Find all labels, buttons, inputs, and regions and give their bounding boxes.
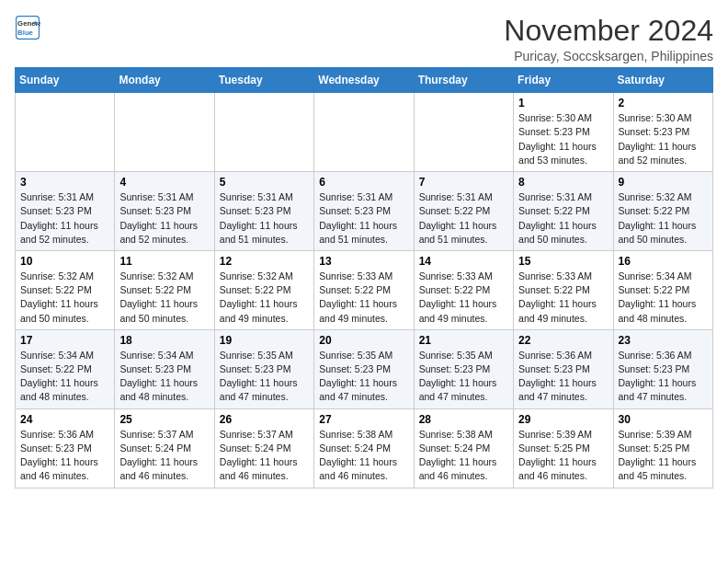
day-detail: Sunrise: 5:34 AM Sunset: 5:23 PM Dayligh… xyxy=(119,349,209,405)
calendar-day: 11Sunrise: 5:32 AM Sunset: 5:22 PM Dayli… xyxy=(115,250,214,329)
month-title: November 2024 xyxy=(504,15,713,47)
day-number: 24 xyxy=(20,413,109,426)
day-number: 20 xyxy=(319,334,408,347)
day-detail: Sunrise: 5:35 AM Sunset: 5:23 PM Dayligh… xyxy=(419,349,508,405)
calendar-day: 5Sunrise: 5:31 AM Sunset: 5:23 PM Daylig… xyxy=(214,172,313,251)
calendar-day: 25Sunrise: 5:37 AM Sunset: 5:24 PM Dayli… xyxy=(115,408,214,488)
calendar-week: 3Sunrise: 5:31 AM Sunset: 5:23 PM Daylig… xyxy=(16,172,713,251)
day-detail: Sunrise: 5:34 AM Sunset: 5:22 PM Dayligh… xyxy=(619,270,708,326)
day-detail: Sunrise: 5:32 AM Sunset: 5:22 PM Dayligh… xyxy=(20,270,109,326)
day-detail: Sunrise: 5:31 AM Sunset: 5:23 PM Dayligh… xyxy=(220,190,309,247)
calendar-day xyxy=(314,93,414,172)
day-detail: Sunrise: 5:30 AM Sunset: 5:23 PM Dayligh… xyxy=(518,111,608,167)
calendar-day: 21Sunrise: 5:35 AM Sunset: 5:23 PM Dayli… xyxy=(414,329,513,408)
day-number: 23 xyxy=(619,334,708,347)
day-number: 22 xyxy=(518,334,608,347)
day-detail: Sunrise: 5:36 AM Sunset: 5:23 PM Dayligh… xyxy=(20,428,109,484)
calendar-day: 19Sunrise: 5:35 AM Sunset: 5:23 PM Dayli… xyxy=(214,329,313,408)
calendar-day: 10Sunrise: 5:32 AM Sunset: 5:22 PM Dayli… xyxy=(16,250,115,329)
day-detail: Sunrise: 5:37 AM Sunset: 5:24 PM Dayligh… xyxy=(220,428,309,484)
day-number: 27 xyxy=(319,413,408,426)
day-detail: Sunrise: 5:35 AM Sunset: 5:23 PM Dayligh… xyxy=(319,349,408,405)
svg-text:Blue: Blue xyxy=(17,29,34,37)
calendar-day xyxy=(214,93,313,172)
day-number: 15 xyxy=(518,255,608,268)
weekday-header: Wednesday xyxy=(314,68,414,93)
title-block: November 2024 Puricay, Soccsksargen, Phi… xyxy=(504,15,713,63)
weekday-header: Thursday xyxy=(414,68,513,93)
day-detail: Sunrise: 5:30 AM Sunset: 5:23 PM Dayligh… xyxy=(619,111,708,167)
day-number: 8 xyxy=(518,176,608,189)
calendar-day: 4Sunrise: 5:31 AM Sunset: 5:23 PM Daylig… xyxy=(115,172,214,251)
page-header: General Blue November 2024 Puricay, Socc… xyxy=(15,15,713,63)
day-detail: Sunrise: 5:31 AM Sunset: 5:23 PM Dayligh… xyxy=(20,190,109,247)
day-detail: Sunrise: 5:37 AM Sunset: 5:24 PM Dayligh… xyxy=(119,428,209,484)
calendar-day: 9Sunrise: 5:32 AM Sunset: 5:22 PM Daylig… xyxy=(613,172,712,251)
day-detail: Sunrise: 5:33 AM Sunset: 5:22 PM Dayligh… xyxy=(518,270,608,326)
calendar-day: 8Sunrise: 5:31 AM Sunset: 5:22 PM Daylig… xyxy=(514,172,613,251)
day-number: 4 xyxy=(119,176,209,189)
calendar-day: 16Sunrise: 5:34 AM Sunset: 5:22 PM Dayli… xyxy=(613,250,712,329)
day-detail: Sunrise: 5:32 AM Sunset: 5:22 PM Dayligh… xyxy=(119,270,209,326)
day-detail: Sunrise: 5:31 AM Sunset: 5:22 PM Dayligh… xyxy=(419,190,508,247)
day-number: 2 xyxy=(619,97,708,109)
day-detail: Sunrise: 5:35 AM Sunset: 5:23 PM Dayligh… xyxy=(220,349,309,405)
day-number: 6 xyxy=(319,176,408,189)
day-detail: Sunrise: 5:33 AM Sunset: 5:22 PM Dayligh… xyxy=(319,270,408,326)
calendar-day: 30Sunrise: 5:39 AM Sunset: 5:25 PM Dayli… xyxy=(613,408,712,488)
calendar-day: 20Sunrise: 5:35 AM Sunset: 5:23 PM Dayli… xyxy=(314,329,414,408)
weekday-header: Saturday xyxy=(613,68,712,93)
calendar-day: 18Sunrise: 5:34 AM Sunset: 5:23 PM Dayli… xyxy=(115,329,214,408)
calendar-week: 17Sunrise: 5:34 AM Sunset: 5:22 PM Dayli… xyxy=(16,329,713,408)
day-number: 16 xyxy=(619,255,708,268)
calendar-day: 14Sunrise: 5:33 AM Sunset: 5:22 PM Dayli… xyxy=(414,250,513,329)
calendar-day: 28Sunrise: 5:38 AM Sunset: 5:24 PM Dayli… xyxy=(414,408,513,488)
day-number: 19 xyxy=(220,334,309,347)
day-number: 12 xyxy=(220,255,309,268)
calendar-day: 17Sunrise: 5:34 AM Sunset: 5:22 PM Dayli… xyxy=(16,329,115,408)
weekday-header: Tuesday xyxy=(214,68,313,93)
calendar-day: 26Sunrise: 5:37 AM Sunset: 5:24 PM Dayli… xyxy=(214,408,313,488)
day-number: 7 xyxy=(419,176,508,189)
calendar-day: 15Sunrise: 5:33 AM Sunset: 5:22 PM Dayli… xyxy=(514,250,613,329)
calendar-week: 1Sunrise: 5:30 AM Sunset: 5:23 PM Daylig… xyxy=(16,93,713,172)
day-number: 14 xyxy=(419,255,508,268)
weekday-header: Friday xyxy=(514,68,613,93)
day-number: 25 xyxy=(119,413,209,426)
calendar-day xyxy=(414,93,513,172)
day-number: 21 xyxy=(419,334,508,347)
day-number: 5 xyxy=(220,176,309,189)
day-number: 26 xyxy=(220,413,309,426)
day-number: 17 xyxy=(20,334,109,347)
day-number: 10 xyxy=(20,255,109,268)
day-number: 13 xyxy=(319,255,408,268)
calendar-day: 6Sunrise: 5:31 AM Sunset: 5:23 PM Daylig… xyxy=(314,172,414,251)
day-detail: Sunrise: 5:38 AM Sunset: 5:24 PM Dayligh… xyxy=(319,428,408,484)
logo-icon: General Blue xyxy=(15,15,40,40)
day-detail: Sunrise: 5:32 AM Sunset: 5:22 PM Dayligh… xyxy=(220,270,309,326)
logo: General Blue xyxy=(15,15,40,40)
calendar-day xyxy=(115,93,214,172)
calendar-day: 22Sunrise: 5:36 AM Sunset: 5:23 PM Dayli… xyxy=(514,329,613,408)
day-number: 30 xyxy=(619,413,708,426)
calendar-day xyxy=(16,93,115,172)
header-row: SundayMondayTuesdayWednesdayThursdayFrid… xyxy=(16,68,713,93)
calendar-table: SundayMondayTuesdayWednesdayThursdayFrid… xyxy=(15,67,713,488)
day-detail: Sunrise: 5:31 AM Sunset: 5:23 PM Dayligh… xyxy=(319,190,408,247)
calendar-week: 10Sunrise: 5:32 AM Sunset: 5:22 PM Dayli… xyxy=(16,250,713,329)
day-detail: Sunrise: 5:38 AM Sunset: 5:24 PM Dayligh… xyxy=(419,428,508,484)
day-number: 28 xyxy=(419,413,508,426)
day-number: 11 xyxy=(119,255,209,268)
day-number: 9 xyxy=(619,176,708,189)
day-detail: Sunrise: 5:31 AM Sunset: 5:22 PM Dayligh… xyxy=(518,190,608,247)
weekday-header: Sunday xyxy=(16,68,115,93)
subtitle: Puricay, Soccsksargen, Philippines xyxy=(504,49,713,63)
calendar-day: 13Sunrise: 5:33 AM Sunset: 5:22 PM Dayli… xyxy=(314,250,414,329)
day-number: 1 xyxy=(518,97,608,109)
day-detail: Sunrise: 5:34 AM Sunset: 5:22 PM Dayligh… xyxy=(20,349,109,405)
calendar-day: 23Sunrise: 5:36 AM Sunset: 5:23 PM Dayli… xyxy=(613,329,712,408)
calendar-day: 12Sunrise: 5:32 AM Sunset: 5:22 PM Dayli… xyxy=(214,250,313,329)
calendar-day: 3Sunrise: 5:31 AM Sunset: 5:23 PM Daylig… xyxy=(16,172,115,251)
weekday-header: Monday xyxy=(115,68,214,93)
day-detail: Sunrise: 5:32 AM Sunset: 5:22 PM Dayligh… xyxy=(619,190,708,247)
